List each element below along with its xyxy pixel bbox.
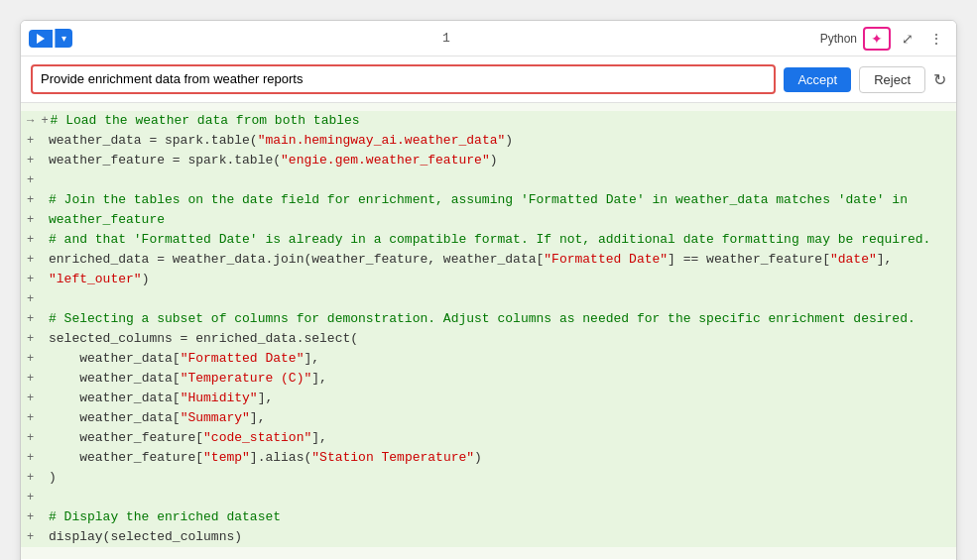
line-prefix: → + [27, 111, 49, 131]
code-text: weather_feature["temp"].alias("Station T… [49, 448, 950, 468]
code-text: # Join the tables on the date field for … [49, 190, 950, 210]
expand-button[interactable]: ⤢ [897, 29, 918, 49]
line-prefix: + [27, 389, 47, 408]
code-text: display(selected_columns) [49, 527, 950, 547]
string-span: "Temperature (C)" [181, 371, 312, 386]
prompt-input-wrapper [31, 64, 776, 94]
code-line: +weather_feature [21, 210, 956, 230]
reject-button[interactable]: Reject [859, 66, 925, 93]
cell-toolbar: ▾ 1 Python ✦ ⤢ ⋮ [21, 21, 956, 56]
comment-span: # Display the enriched dataset [49, 509, 281, 524]
code-text: # and that 'Formatted Date' is already i… [49, 230, 950, 250]
code-line: + [21, 170, 956, 190]
prompt-input[interactable] [41, 71, 766, 86]
code-span: ], [258, 391, 274, 405]
code-span: selected_columns [110, 529, 234, 544]
code-line: + weather_data["Humidity"], [21, 389, 956, 408]
code-span: ], [304, 351, 319, 366]
code-line: + weather_data["Summary"], [21, 408, 956, 428]
line-prefix: + [27, 131, 47, 151]
line-prefix: + [27, 151, 47, 170]
line-prefix: + [27, 190, 47, 210]
code-line: +"left_outer") [21, 270, 956, 289]
line-prefix: + [27, 527, 47, 547]
ai-assist-button[interactable]: ✦ [863, 27, 891, 51]
code-span: ], [311, 430, 327, 445]
code-span: ].alias( [250, 450, 311, 465]
code-line: +weather_data = spark.table("main.heming… [21, 131, 956, 151]
code-span: weather_data[ [49, 391, 181, 405]
code-line: +selected_columns = enriched_data.select… [21, 329, 956, 349]
comment-span: weather_feature [49, 212, 165, 227]
code-text [49, 289, 950, 309]
code-line: +# Join the tables on the date field for… [21, 190, 956, 210]
code-text: weather_feature["code_station"], [49, 428, 950, 448]
string-span: "code_station" [203, 430, 311, 445]
code-text: weather_data["Humidity"], [49, 389, 950, 408]
code-span: ) [505, 133, 513, 148]
comment-span: # and that 'Formatted Date' is already i… [49, 232, 930, 247]
code-text: weather_data["Summary"], [49, 408, 950, 428]
code-line: +# Selecting a subset of columns for dem… [21, 309, 956, 329]
code-text: weather_data["Temperature (C)"], [49, 369, 950, 389]
code-text: weather_feature [49, 210, 950, 230]
code-text: weather_feature = spark.table("engie.gem… [49, 151, 950, 170]
run-button[interactable] [29, 30, 53, 48]
accept-button[interactable]: Accept [784, 67, 851, 92]
code-span: ], [250, 410, 266, 425]
code-line: + weather_data["Temperature (C)"], [21, 369, 956, 389]
code-span: weather_feature[ [49, 450, 203, 465]
comment-span: # Load the weather data from both tables [51, 113, 360, 128]
language-badge: Python [820, 32, 857, 46]
code-text: weather_data = spark.table("main.hemingw… [49, 131, 950, 151]
code-line: +weather_feature = spark.table("engie.ge… [21, 151, 956, 170]
code-text [49, 488, 950, 507]
line-prefix: + [27, 309, 47, 329]
code-line: → +# Load the weather data from both tab… [21, 111, 956, 131]
code-span: ) [490, 153, 498, 168]
code-text: enriched_data = weather_data.join(weathe… [49, 250, 950, 270]
run-dropdown-button[interactable]: ▾ [55, 29, 72, 48]
code-text: ) [49, 468, 950, 488]
code-span: weather_data[ [49, 371, 181, 386]
refresh-button[interactable]: ↻ [933, 70, 946, 89]
code-line: +display(selected_columns) [21, 527, 956, 547]
line-prefix: + [27, 230, 47, 250]
string-span: "left_outer" [49, 272, 142, 286]
line-prefix: + [27, 210, 47, 230]
string-span: "main.hemingway_ai.weather_data" [258, 133, 506, 148]
comment-span: # Selecting a subset of columns for demo… [49, 311, 916, 326]
line-prefix: + [27, 448, 47, 468]
string-span: "Formatted Date" [181, 351, 305, 366]
line-prefix: + [27, 488, 47, 507]
code-span: ) [49, 470, 57, 485]
code-text: selected_columns = enriched_data.select( [49, 329, 950, 349]
code-span: ) [474, 450, 482, 465]
code-text: # Selecting a subset of columns for demo… [49, 309, 950, 329]
code-text: "left_outer") [49, 270, 950, 289]
code-span: ], [877, 252, 893, 267]
code-line: + weather_data["Formatted Date"], [21, 349, 956, 369]
toolbar-left: ▾ [29, 29, 72, 48]
string-span: "temp" [203, 450, 250, 465]
ai-icon: ✦ [871, 31, 883, 47]
code-span: weather_data[ [49, 351, 181, 366]
code-line: +enriched_data = weather_data.join(weath… [21, 250, 956, 270]
code-span: display( [49, 529, 110, 544]
line-prefix: + [27, 507, 47, 527]
line-prefix: + [27, 349, 47, 369]
toolbar-right: Python ✦ ⤢ ⋮ [820, 27, 948, 51]
line-prefix: + [27, 270, 47, 289]
line-prefix: + [27, 250, 47, 270]
string-span: "Station Temperature" [311, 450, 474, 465]
line-prefix: + [27, 170, 47, 190]
code-span: weather_data[ [49, 410, 181, 425]
string-span: "Humidity" [181, 391, 258, 405]
more-options-button[interactable]: ⋮ [924, 29, 948, 49]
line-prefix: + [27, 428, 47, 448]
code-area: → +# Load the weather data from both tab… [21, 103, 956, 559]
code-span: ) [234, 529, 242, 544]
code-line: + weather_feature["temp"].alias("Station… [21, 448, 956, 468]
string-span: "date" [830, 252, 877, 267]
line-prefix: + [27, 408, 47, 428]
